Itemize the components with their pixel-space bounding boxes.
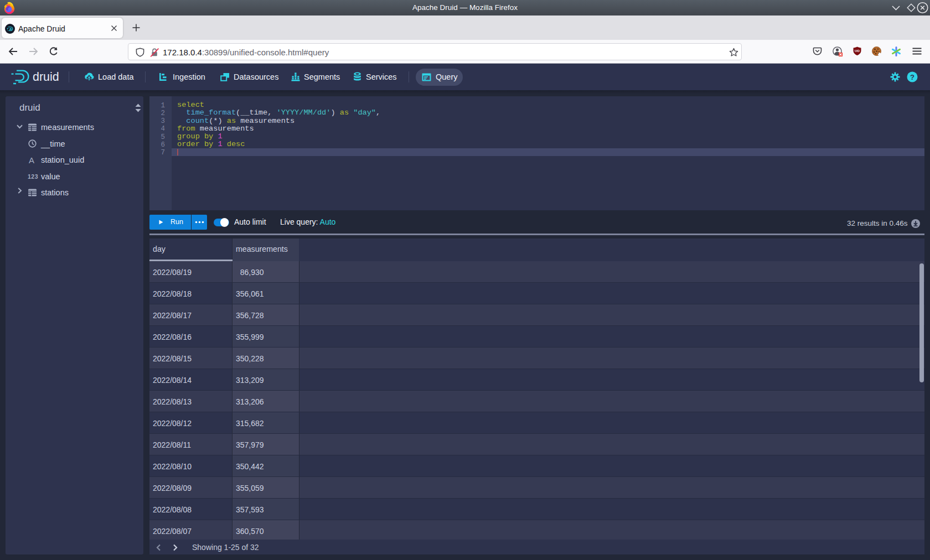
svg-text:?: ?	[910, 73, 914, 81]
svg-text:UO: UO	[855, 49, 860, 53]
